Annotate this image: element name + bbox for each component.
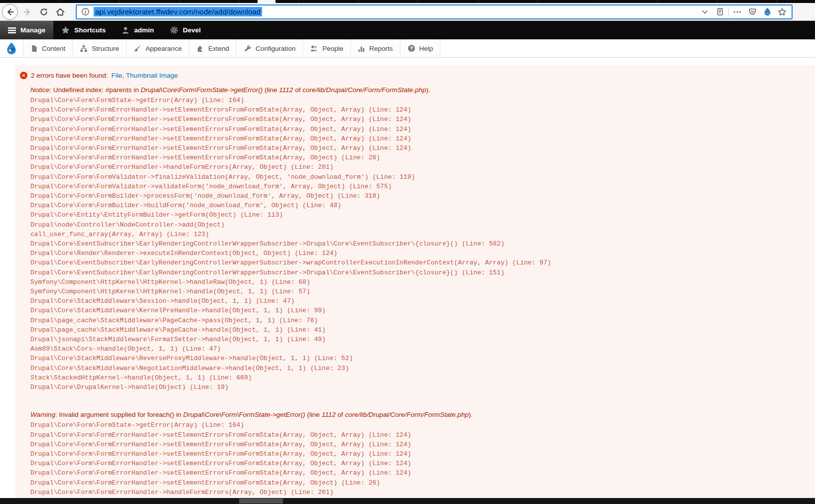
trace-line: Drupal\Core\Form\FormErrorHandler->setEl… — [30, 468, 805, 478]
trace-line: Drupal\Core\Render\Renderer->executeInRe… — [30, 249, 805, 258]
drupal-logo[interactable] — [0, 39, 23, 57]
text-segment: 1112 — [322, 411, 336, 418]
text-segment: Warning — [30, 411, 55, 418]
text-segment: core/lib/Drupal/Core/Form/FormState.php — [302, 86, 426, 94]
nav-item-label: Reports — [369, 45, 393, 52]
nav-item-people[interactable]: People — [302, 39, 350, 57]
toolbar-item-label: Shortcuts — [74, 26, 106, 34]
back-icon — [5, 7, 14, 16]
trace-line: Drupal\Core\StackMiddleware\NegotiationM… — [30, 364, 805, 373]
text-segment: (line — [263, 86, 279, 94]
trace-line: Drupal\page_cache\StackMiddleware\PageCa… — [30, 316, 805, 325]
nav-item-label: Appearance — [145, 45, 182, 52]
drupal-extension-icon[interactable] — [761, 5, 774, 18]
nav-item-help[interactable]: ? Help — [400, 39, 441, 57]
toolbar-item-admin[interactable]: admin — [114, 21, 162, 39]
error-messages-box: × 2 errors have been found: File, Thumbn… — [15, 65, 815, 498]
urlbar-separator — [728, 7, 729, 17]
active-tab[interactable] — [258, 0, 275, 3]
trace-line: Asm89\Stack\Cors->handle(Object, 1, 1) (… — [30, 344, 805, 354]
horizontal-scrollbar[interactable] — [0, 498, 815, 504]
nav-item-label: People — [322, 45, 343, 52]
trace-line: Symfony\Component\HttpKernel\HttpKernel-… — [30, 277, 805, 287]
nav-item-label: Content — [42, 45, 65, 52]
trace-line: Drupal\Core\StackMiddleware\Session->han… — [30, 296, 805, 306]
notice-backtrace: Drupal\Core\Form\FormState->getError(Arr… — [30, 96, 805, 392]
trace-line: call_user_func_array(Array, Array) (Line… — [30, 230, 805, 239]
nav-item-structure[interactable]: Structure — [72, 39, 126, 57]
trace-line: Stack\StackedHttpKernel->handle(Object, … — [30, 373, 805, 382]
gear-icon — [170, 26, 178, 34]
drupal-nav-bar: Content Structure Appearance Extend Conf… — [0, 39, 815, 58]
nav-item-appearance[interactable]: Appearance — [126, 39, 189, 57]
error-field-link[interactable]: File — [112, 72, 123, 79]
trace-line: Drupal\Core\Form\FormErrorHandler->setEl… — [30, 459, 805, 468]
trace-line: Drupal\Core\Form\FormValidator->validate… — [30, 182, 805, 191]
browser-window: api.vejdirektoratet.ffwdev.com/node/add/… — [0, 0, 815, 504]
forward-button[interactable] — [20, 5, 34, 19]
reader-mode-button[interactable] — [713, 5, 726, 18]
trace-line: Drupal\Core\StackMiddleware\ReverseProxy… — [30, 354, 805, 363]
trace-line: Drupal\Core\Form\FormErrorHandler->setEl… — [30, 134, 805, 143]
nav-item-configuration[interactable]: Configuration — [236, 39, 302, 57]
browser-toolbar: api.vejdirektoratet.ffwdev.com/node/add/… — [0, 3, 815, 21]
toolbar-item-label: Manage — [20, 26, 45, 34]
question-circle-icon: ? — [408, 44, 415, 52]
reload-button[interactable] — [37, 5, 51, 19]
trace-line: Drupal\Core\Form\FormValidator->finalize… — [30, 172, 805, 182]
warning-message: Warning: Invalid argument supplied for f… — [30, 410, 805, 419]
trace-line: Drupal\Core\Form\FormErrorHandler->handl… — [30, 488, 805, 497]
trace-line: Drupal\Core\Form\FormErrorHandler->setEl… — [30, 115, 805, 124]
text-segment: (line — [305, 411, 322, 418]
nav-item-content[interactable]: Content — [23, 39, 72, 57]
nav-item-label: Extend — [208, 45, 229, 52]
toolbar-item-label: admin — [134, 26, 154, 34]
toolbar-item-shortcuts[interactable]: Shortcuts — [53, 21, 114, 39]
error-x-circle-icon: × — [20, 72, 27, 79]
trace-line: Drupal\jsonapi\StackMiddleware\FormatSet… — [30, 335, 805, 344]
back-button[interactable] — [2, 4, 18, 20]
home-button[interactable] — [53, 5, 67, 19]
home-icon — [56, 7, 65, 16]
error-links: File, Thumbnail Image — [112, 72, 178, 79]
trace-line: Drupal\Core\Form\FormErrorHandler->setEl… — [30, 105, 805, 115]
toolbar-item-devel[interactable]: Devel — [162, 21, 209, 39]
pocket-button[interactable] — [746, 5, 759, 18]
trace-line: Drupal\Core\Form\FormErrorHandler->setEl… — [30, 153, 805, 162]
page-info-icon[interactable] — [79, 5, 92, 18]
svg-text:?: ? — [409, 45, 412, 51]
error-summary: × 2 errors have been found: File, Thumbn… — [20, 72, 805, 79]
trace-line: Drupal\page_cache\StackMiddleware\PageCa… — [30, 325, 805, 335]
scrollbar-thumb[interactable] — [239, 499, 283, 504]
nav-item-extend[interactable]: Extend — [189, 39, 236, 57]
text-segment: ). — [469, 411, 473, 418]
text-segment: of — [293, 86, 302, 94]
trace-line: Symfony\Component\HttpKernel\HttpKernel-… — [30, 287, 805, 296]
nav-item-label: Structure — [92, 45, 119, 52]
url-dropdown-button[interactable] — [698, 5, 711, 18]
trace-line: Drupal\Core\EventSubscriber\EarlyRenderi… — [30, 268, 805, 277]
paintbrush-icon — [134, 44, 141, 52]
trace-line: Drupal\Core\Form\FormErrorHandler->setEl… — [30, 143, 805, 153]
toolbar-item-manage[interactable]: Manage — [0, 21, 53, 39]
page-actions-button[interactable] — [731, 5, 744, 18]
url-bar[interactable]: api.vejdirektoratet.ffwdev.com/node/add/… — [76, 4, 793, 19]
nav-item-reports[interactable]: Reports — [350, 39, 400, 57]
file-icon — [30, 45, 38, 52]
people-icon — [310, 45, 318, 52]
url-input[interactable]: api.vejdirektoratet.ffwdev.com/node/add/… — [94, 7, 262, 16]
trace-line: Drupal\Core\Form\FormBuilder->buildForm(… — [30, 201, 805, 210]
trace-line: Drupal\Core\Form\FormBuilder->processFor… — [30, 191, 805, 201]
trace-line: Drupal\Core\EventSubscriber\EarlyRenderi… — [30, 239, 805, 249]
trace-line: Drupal\Core\Form\FormErrorHandler->handl… — [30, 162, 805, 172]
warning-backtrace: Drupal\Core\Form\FormState->getError(Arr… — [30, 420, 805, 497]
bookmark-star-button[interactable] — [776, 5, 789, 18]
star-icon — [61, 26, 70, 34]
text-segment: ). — [426, 86, 430, 94]
text-segment: core/lib/Drupal/Core/Form/FormState.php — [345, 411, 468, 418]
error-field-link[interactable]: Thumbnail Image — [126, 72, 178, 79]
text-segment: 1112 — [279, 86, 293, 94]
menu-icon — [8, 27, 16, 34]
bar-chart-icon — [358, 45, 365, 52]
text-segment: Notice — [30, 86, 49, 94]
